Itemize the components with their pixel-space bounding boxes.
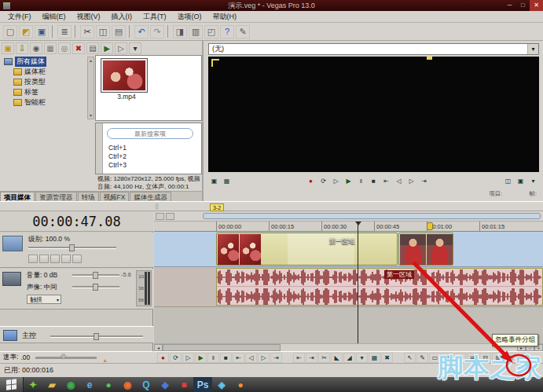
menu-edit[interactable]: 编辑(E)	[37, 12, 72, 22]
pause-button[interactable]: ‖	[207, 353, 219, 363]
start-button[interactable]	[0, 377, 24, 392]
pause-button[interactable]: ‖	[355, 176, 367, 186]
open-project-icon[interactable]: ◩	[19, 25, 33, 38]
track-button[interactable]	[61, 255, 71, 263]
slider-handle[interactable]	[93, 272, 98, 279]
search-shortcut[interactable]: Ctrl+2	[108, 152, 200, 161]
undo-icon[interactable]: ↶	[134, 25, 149, 38]
slider-handle[interactable]	[93, 284, 98, 291]
auto-preview-icon[interactable]: ▷	[115, 42, 127, 54]
split-button[interactable]: ✂	[318, 353, 330, 363]
overview-button[interactable]	[166, 213, 174, 220]
separator[interactable]	[52, 25, 54, 38]
tree-media-bins[interactable]: 媒体柜	[2, 67, 86, 77]
scrollbar-thumb[interactable]	[163, 344, 281, 351]
stop-button[interactable]: ■	[368, 176, 380, 186]
timeline-horizontal-scrollbar[interactable]: ◂ ▸ − +	[154, 343, 543, 351]
media-item[interactable]: 3.mp4	[101, 59, 152, 101]
selection-edit-tool-button[interactable]: ▭	[429, 353, 441, 363]
track-button[interactable]	[72, 255, 82, 263]
track-button[interactable]	[28, 255, 38, 263]
video-event-1[interactable]: 第一区域	[216, 233, 398, 266]
play-from-start-button[interactable]: ▷	[330, 176, 342, 186]
master-volume-slider[interactable]	[50, 335, 143, 338]
search-shortcut[interactable]: Ctrl+3	[108, 161, 200, 170]
video-level-slider[interactable]	[28, 247, 116, 249]
mixer-icon[interactable]: ▥	[189, 25, 203, 38]
slider-handle[interactable]	[94, 333, 99, 340]
close-button[interactable]: ✕	[530, 0, 543, 11]
preview-device-select[interactable]: (无) ▾	[208, 43, 539, 55]
overview-scroll-thumb[interactable]	[203, 213, 541, 219]
go-to-end-button[interactable]: ⇥	[418, 176, 430, 186]
video-event-2[interactable]	[398, 233, 453, 266]
overview-button[interactable]	[156, 213, 164, 220]
play-button[interactable]: ▶	[343, 176, 354, 186]
next-frame-button[interactable]: ▷	[405, 176, 417, 186]
menu-tools[interactable]: 工具(T)	[138, 12, 172, 22]
separator[interactable]	[129, 25, 131, 38]
cut-icon[interactable]: ✂	[80, 25, 94, 38]
new-bin-icon[interactable]: ▣	[2, 42, 14, 54]
tab-video-fx[interactable]: 视频FX	[100, 192, 130, 201]
tree-scrollbar[interactable]: ▴ ▾	[87, 57, 94, 119]
media-thumbnail-image[interactable]	[101, 59, 147, 92]
media-properties-icon[interactable]: ▤	[86, 42, 99, 54]
trimmer-icon[interactable]: ◨	[173, 25, 187, 38]
automation-mode-select[interactable]: 触摸 ▾	[27, 295, 61, 304]
taskbar-app-red[interactable]: ■	[174, 377, 193, 392]
mark-out-button[interactable]: ⇥	[306, 353, 317, 363]
import-media-icon[interactable]: ⇩	[16, 42, 28, 54]
menu-help[interactable]: 帮助(H)	[207, 12, 243, 22]
tree-smart-bins[interactable]: 智能柜	[2, 97, 86, 108]
scroll-down-icon[interactable]: ▾	[88, 112, 94, 119]
region-markers-badge[interactable]: 3-2	[210, 203, 224, 211]
save-snapshot-icon[interactable]: ▣	[515, 176, 526, 186]
tree-by-type[interactable]: 按类型	[2, 77, 86, 87]
timeline-ruler[interactable]: 00:00:0000:00:1500:00:3000:00:4500:01:00…	[154, 222, 543, 232]
menu-options[interactable]: 选项(O)	[172, 12, 207, 22]
loop-playback-button[interactable]: ⟳	[317, 176, 329, 186]
preview-options-icon[interactable]: ▾	[527, 176, 539, 186]
paste-icon[interactable]: ▤	[112, 25, 126, 38]
mute-button[interactable]: ✖	[381, 353, 393, 363]
loop-playback-button[interactable]: ⟳	[170, 353, 182, 363]
copy-icon[interactable]: ◫	[96, 25, 110, 38]
go-to-start-button[interactable]: ⇤	[233, 353, 244, 363]
insert-marker-button[interactable]: ▾	[356, 353, 368, 363]
tab-transitions[interactable]: 转场	[78, 192, 99, 201]
menu-view[interactable]: 视图(V)	[72, 12, 106, 22]
timeline-overview-bar[interactable]	[154, 211, 543, 222]
taskbar-app-orange2[interactable]: ●	[231, 377, 250, 392]
taskbar-app-orange[interactable]: ◉	[118, 377, 137, 392]
chevron-down-icon[interactable]: ▾	[527, 44, 538, 54]
taskbar-folder[interactable]: ▰	[42, 377, 61, 392]
start-preview-icon[interactable]: ▶	[101, 42, 113, 54]
ignore-event-grouping-button[interactable]: ⊠	[517, 353, 529, 363]
ungroup-events-button[interactable]: ◫	[504, 353, 516, 363]
group-events-button[interactable]: ⊞	[492, 353, 504, 363]
play-from-start-button[interactable]: ▷	[182, 353, 194, 363]
taskbar-app-360safe[interactable]: ✦	[24, 377, 42, 392]
preview-quality-icon[interactable]: ▣	[208, 176, 220, 186]
taskbar-photoshop[interactable]: Ps	[193, 377, 212, 392]
menu-file[interactable]: 文件(F)	[2, 12, 37, 22]
record-button[interactable]: ●	[305, 176, 317, 186]
preview-overlays-icon[interactable]: ▦	[221, 176, 233, 186]
remove-unused-media-icon[interactable]: ✖	[72, 42, 85, 54]
timeline-marker[interactable]	[427, 222, 433, 230]
envelope-edit-tool-button[interactable]: ✎	[416, 353, 428, 363]
track-button[interactable]	[50, 255, 60, 263]
taskbar-qq[interactable]: Q	[137, 377, 156, 392]
video-track[interactable]: 第一区域	[154, 232, 543, 267]
taskbar-app-green[interactable]: ◉	[61, 377, 80, 392]
separator[interactable]	[167, 25, 170, 38]
master-bus-header[interactable]: 主控	[0, 326, 153, 343]
event-fade-in-icon[interactable]: ◣	[331, 353, 343, 363]
timeline-time-display[interactable]: 00:00:47.08	[0, 211, 153, 232]
separator[interactable]	[75, 25, 77, 38]
audio-event-1[interactable]: 第一区域	[216, 268, 543, 306]
go-to-end-button[interactable]: ⇥	[270, 353, 282, 363]
next-frame-button[interactable]: ▷	[258, 353, 270, 363]
zoom-edit-tool-button[interactable]: ⊕	[442, 353, 453, 363]
